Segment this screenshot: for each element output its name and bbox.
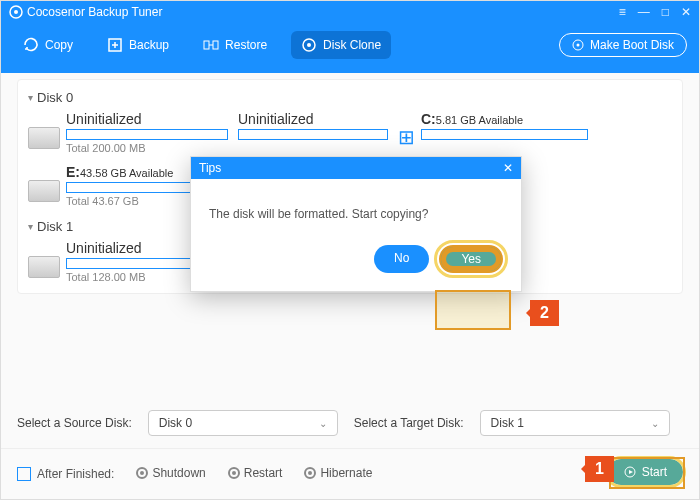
- hdd-icon: [28, 127, 60, 149]
- backup-label: Backup: [129, 38, 169, 52]
- usage-bar: [421, 129, 588, 140]
- disk-clone-button[interactable]: Disk Clone: [291, 31, 391, 59]
- source-value: Disk 0: [159, 416, 192, 430]
- callout-2: 2: [530, 300, 559, 326]
- boot-icon: [572, 39, 584, 51]
- app-title: Cocosenor Backup Tuner: [9, 5, 607, 19]
- no-button[interactable]: No: [374, 245, 429, 273]
- hibernate-radio[interactable]: Hibernate: [294, 465, 372, 480]
- restore-label: Restore: [225, 38, 267, 52]
- dialog-title: Tips: [199, 161, 221, 175]
- disk1-title: Disk 1: [37, 219, 73, 234]
- toolbar: Copy Backup Restore Disk Clone Make Boot…: [1, 23, 699, 73]
- source-disk-select[interactable]: Disk 0 ⌄: [148, 410, 338, 436]
- backup-icon: [107, 37, 123, 53]
- partition-name: Uninitialized: [238, 111, 388, 127]
- disk-selectors: Select a Source Disk: Disk 0 ⌄ Select a …: [1, 398, 699, 448]
- titlebar: Cocosenor Backup Tuner ≡ — □ ✕: [1, 1, 699, 23]
- app-header: Cocosenor Backup Tuner ≡ — □ ✕ Copy Back…: [1, 1, 699, 73]
- maximize-icon[interactable]: □: [662, 5, 669, 19]
- yes-button[interactable]: Yes: [439, 245, 503, 273]
- target-value: Disk 1: [491, 416, 524, 430]
- shutdown-radio[interactable]: Shutdown: [126, 465, 205, 480]
- svg-point-1: [14, 10, 18, 14]
- copy-icon: [23, 37, 39, 53]
- svg-point-6: [307, 43, 311, 47]
- chevron-down-icon: ▾: [28, 92, 33, 103]
- make-boot-disk-button[interactable]: Make Boot Disk: [559, 33, 687, 57]
- partition-item[interactable]: ⊞ C:5.81 GB Available: [398, 111, 588, 154]
- start-button[interactable]: Start: [608, 459, 683, 485]
- restore-icon: [203, 37, 219, 53]
- disk0-header[interactable]: ▾ Disk 0: [28, 86, 672, 111]
- hdd-icon: [28, 180, 60, 202]
- svg-point-8: [576, 44, 579, 47]
- partition-total: Total 200.00 MB: [66, 142, 228, 154]
- dialog-titlebar: Tips ✕: [191, 157, 521, 179]
- partition-item[interactable]: Uninitialized Total 200.00 MB: [28, 111, 228, 154]
- usage-bar: [66, 129, 228, 140]
- clone-label: Disk Clone: [323, 38, 381, 52]
- app-logo-icon: [9, 5, 23, 19]
- play-icon: [624, 466, 636, 478]
- hdd-icon: [28, 256, 60, 278]
- usage-bar: [238, 129, 388, 140]
- start-label: Start: [642, 465, 667, 479]
- source-label: Select a Source Disk:: [17, 416, 132, 430]
- after-finished-checkbox[interactable]: After Finished:: [17, 464, 114, 481]
- svg-rect-4: [213, 41, 218, 49]
- target-label: Select a Target Disk:: [354, 416, 464, 430]
- copy-button[interactable]: Copy: [13, 31, 83, 59]
- callout-1: 1: [585, 456, 614, 482]
- restart-radio[interactable]: Restart: [218, 465, 283, 480]
- chevron-down-icon: ⌄: [651, 418, 659, 429]
- partition-name: Uninitialized: [66, 111, 228, 127]
- confirm-dialog: Tips ✕ The disk will be formatted. Start…: [190, 156, 522, 292]
- dialog-message: The disk will be formatted. Start copyin…: [191, 179, 521, 231]
- restore-button[interactable]: Restore: [193, 31, 277, 59]
- copy-label: Copy: [45, 38, 73, 52]
- dialog-buttons: No Yes: [191, 231, 521, 291]
- app-title-text: Cocosenor Backup Tuner: [27, 5, 162, 19]
- target-disk-select[interactable]: Disk 1 ⌄: [480, 410, 670, 436]
- menu-icon[interactable]: ≡: [619, 5, 626, 19]
- partition-item[interactable]: Uninitialized: [238, 111, 388, 154]
- chevron-down-icon: ⌄: [319, 418, 327, 429]
- disk0-title: Disk 0: [37, 90, 73, 105]
- chevron-down-icon: ▾: [28, 221, 33, 232]
- minimize-icon[interactable]: —: [638, 5, 650, 19]
- clone-icon: [301, 37, 317, 53]
- partition-name: C:5.81 GB Available: [421, 111, 588, 127]
- svg-rect-3: [204, 41, 209, 49]
- backup-button[interactable]: Backup: [97, 31, 179, 59]
- dialog-close-icon[interactable]: ✕: [503, 161, 513, 175]
- windows-icon: ⊞: [398, 125, 415, 149]
- makeboot-label: Make Boot Disk: [590, 38, 674, 52]
- close-icon[interactable]: ✕: [681, 5, 691, 19]
